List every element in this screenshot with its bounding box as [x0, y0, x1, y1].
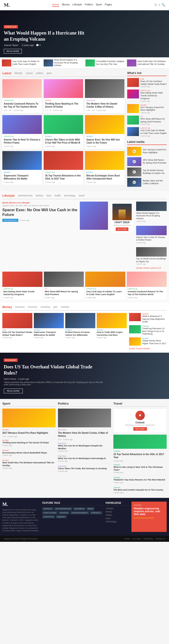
- knowledge-link-4[interactable]: Technology: [106, 520, 129, 523]
- knowledge-link-2[interactable]: Politics: [106, 514, 129, 516]
- article-card-4[interactable]: MONEY China's Bio Takes on Eolo With A C…: [44, 115, 83, 149]
- sport-list-item-0[interactable]: SPORT Thrilling Dune Bashing In The Dese…: [2, 439, 56, 448]
- sport-main-title[interactable]: 2017 Monaco Grand Prix Race Highlights: [2, 431, 56, 434]
- sport-main-img[interactable]: [2, 408, 56, 428]
- politics-list-item-0[interactable]: POLITICS What You Can Do In Washington D…: [58, 442, 111, 454]
- whats-hot-item-2[interactable]: SPORT 2017 Monaco Grand Prix Race Highli…: [127, 104, 167, 114]
- politics-main-title[interactable]: The Modern View On Daniel Cunha: A Man o…: [58, 431, 111, 438]
- footer-tag-1[interactable]: AUTHORIZATION: [54, 507, 72, 510]
- footer-tag-5[interactable]: FASHION: [58, 511, 69, 514]
- travel-list-item-1[interactable]: TRAVEL Thailand's Top-Class Resorts Are …: [113, 476, 167, 485]
- footer-nav-team[interactable]: Our team: [132, 538, 141, 540]
- tab-fashion[interactable]: fashion: [36, 194, 43, 197]
- lf-card-0[interactable]: LIFESTYLE New Dating Street Style Trends…: [2, 272, 42, 299]
- tab-business[interactable]: business: [15, 306, 24, 308]
- nav-pages[interactable]: Pages: [105, 3, 112, 7]
- article-card-7[interactable]: LIFESTYLE 25 Top Tourist Attractions in …: [44, 151, 83, 185]
- ticker-item-4[interactable]: Mark Smith Was The Brisbane Internationa…: [127, 59, 167, 67]
- politics-list-item-2[interactable]: POLITICS China Takes The Trade, But Germ…: [58, 465, 111, 472]
- mn-card-3[interactable]: MONEY How to Trade With Crypto Currencie…: [97, 313, 127, 338]
- craft-beer-buy-button[interactable]: BUY NOW: [116, 228, 128, 231]
- ticker-item-3[interactable]: 3 Incredible Futuristic Gadgets You Can …: [85, 59, 127, 67]
- more-from-money-link[interactable]: MORE FROM MONEY: [129, 348, 167, 350]
- media-item-0[interactable]: ▶ 2017 Monaco Grand Prix Race Highlights: [127, 147, 167, 156]
- mn-card-0[interactable]: USA Does US Tax Overhaul Violate Global …: [2, 313, 32, 338]
- travel-main-img[interactable]: [113, 435, 167, 449]
- more-from-lifestyle-link[interactable]: MORE FROM LIFESTYLE: [136, 267, 167, 269]
- tab-money-main[interactable]: Money: [2, 305, 12, 309]
- footer-nav-marketing[interactable]: Marketing: [144, 538, 153, 540]
- mn-side-item-1[interactable]: TRAVEL Travel.org Discovers 10 Best Thin…: [129, 325, 167, 336]
- media-item-1[interactable]: ▶ NPO Show Will Return for Spring 2018 P…: [127, 157, 167, 166]
- footer-tag-4[interactable]: HEALTHCARE: [42, 511, 57, 514]
- tab-money[interactable]: money: [26, 72, 33, 74]
- tab-technology[interactable]: technology: [64, 194, 75, 197]
- footer-tag-2[interactable]: BUSINESS: [73, 507, 85, 510]
- politics-main-img[interactable]: [58, 408, 111, 428]
- tab-lifestyle[interactable]: lifestyle: [14, 72, 22, 74]
- travel-list-item-0[interactable]: TRAVEL What is Like Living in New York I…: [113, 464, 167, 475]
- article-card-1[interactable]: SPORT Thrilling Dune Bashing In The Dese…: [44, 79, 83, 113]
- knowledge-link-1[interactable]: Money: [106, 510, 129, 513]
- media-item-2[interactable]: ▶ Top 29 Model Famous Buildings to Inspi…: [127, 168, 167, 176]
- search-icon[interactable]: 🔍: [162, 3, 165, 7]
- nav-money[interactable]: Money: [62, 3, 70, 7]
- article-card-5[interactable]: MONEY Spacer Exec: No One Will Use Cash …: [85, 115, 124, 149]
- logo[interactable]: M.: [4, 2, 10, 8]
- nav-lifestyle[interactable]: Lifestyle: [73, 3, 82, 7]
- lifestyle-side-item-2[interactable]: Top 10 World Famous Buildings to Inspire…: [136, 247, 167, 265]
- tab-jobs[interactable]: jobs: [53, 306, 57, 308]
- travel-list-item-2[interactable]: TRAVEL The Best and Comfort Seaside Inn …: [113, 486, 167, 494]
- lf-card-2[interactable]: LIFESTYLE Amy Cook Says It's Better To L…: [85, 272, 125, 299]
- footer-nav-home[interactable]: Home: [124, 538, 130, 540]
- lf-card-1[interactable]: TV NPO Show Will Return for Spring 2018 …: [44, 272, 84, 299]
- hero-read-more-button[interactable]: READ MORE: [4, 49, 22, 54]
- footer-tag-7[interactable]: FIREWALL: [90, 511, 102, 514]
- lifestyle-side-item-0[interactable]: What Would Happen If a Hurricane Hit an …: [136, 202, 167, 224]
- knowledge-link-3[interactable]: Sport: [106, 517, 129, 520]
- whats-hot-item-1[interactable]: LIFESTYLE New Dating Street Style Trends…: [127, 90, 167, 102]
- tab-sport[interactable]: sport: [46, 72, 52, 74]
- lifestyle-side-item-1[interactable]: Interior Tips In How To Choose a Perfect…: [136, 226, 167, 245]
- mn-side-item-2[interactable]: MONEY Global Stocks Move Higher Than Eve…: [129, 338, 167, 346]
- mn-side-item-0[interactable]: MONEY What is Ethereum? A Step-by-Step B…: [129, 313, 167, 323]
- footer-tag-8[interactable]: LIFESTYLE: [42, 515, 55, 518]
- twitter-icon[interactable]: 𝕏: [155, 3, 157, 7]
- whats-hot-item-0[interactable]: USA Does US Tax Overhaul Violate Global …: [127, 78, 167, 88]
- footer-tag-3[interactable]: BEER: [86, 507, 94, 510]
- tab-entertainment[interactable]: entertainment: [18, 194, 32, 197]
- article-card-6[interactable]: MONEY Supersonic Transport: Billionaires…: [2, 151, 42, 185]
- article-card-2[interactable]: POLITICS The Modern View On Daniel Cunha…: [85, 79, 124, 113]
- nav-home[interactable]: Home: [52, 3, 59, 7]
- whats-hot-item-4[interactable]: LIFESTYLE Amy Cook Says It's Better to C…: [127, 127, 167, 137]
- tab-lifestyle-main[interactable]: Lifestyle: [2, 194, 15, 197]
- footer-tag-9[interactable]: MARKET: [56, 515, 66, 518]
- tab-markets[interactable]: markets: [61, 306, 69, 308]
- media-item-3[interactable]: ▶ Bandar Islam and Ibn Coffee Collection: [127, 178, 167, 187]
- article-card-3[interactable]: LIFESTYLE Interior Tips In How To Choose…: [2, 115, 42, 149]
- mn-card-2[interactable]: MONEY 53 Best Pieces of Career Advice Fo…: [65, 313, 95, 338]
- politics-list-item-1[interactable]: POLITICS What You Can Do In Washington I…: [58, 455, 111, 464]
- mn-card-1[interactable]: MONEY Supersonic Transport: Billionaires…: [34, 313, 64, 338]
- lf-card-3[interactable]: LIFESTYLE Amanda Cavalcanti Returns To T…: [127, 272, 167, 299]
- facebook-icon[interactable]: f: [159, 3, 160, 7]
- footer-tag-6[interactable]: ENTERTAINMENT: [70, 511, 89, 514]
- tab-politics[interactable]: politics: [36, 72, 43, 74]
- tab-travel[interactable]: travel: [79, 194, 84, 197]
- article-card-8[interactable]: MONEY Bitcoin Exchanges Goes Bust After …: [85, 151, 124, 185]
- knowledge-link-0[interactable]: Lifestyle: [106, 507, 129, 510]
- travel-main-title[interactable]: 25 Top Tourist Attractions in the USA, I…: [113, 453, 167, 459]
- article-card-0[interactable]: LIFESTYLE Amanda Cavalcanti Returns To t…: [2, 79, 42, 113]
- footer-nav-contact[interactable]: Contact us: [155, 538, 165, 540]
- app-buy-button[interactable]: BUY NOW: [133, 427, 147, 431]
- ticker-item-1[interactable]: Amy Cook Says It's Better To Code Than L…: [2, 59, 43, 67]
- nav-politics[interactable]: Politics: [85, 3, 93, 7]
- sport-list-item-1[interactable]: SPORT Documentary Movie About Basketball…: [2, 450, 56, 458]
- tab-investing[interactable]: investing: [41, 306, 50, 308]
- big-article-read-more-button[interactable]: READ MORE: [4, 388, 23, 393]
- tab-food[interactable]: food: [46, 194, 51, 197]
- tab-latest[interactable]: Latest: [2, 72, 11, 75]
- tab-economy[interactable]: economy: [28, 306, 37, 308]
- whats-hot-item-3[interactable]: TV NPO Show Will Return for Spring 2018 …: [127, 116, 167, 125]
- ticker-item-2[interactable]: What Would Happen If a Hurricane Hit an …: [44, 59, 85, 67]
